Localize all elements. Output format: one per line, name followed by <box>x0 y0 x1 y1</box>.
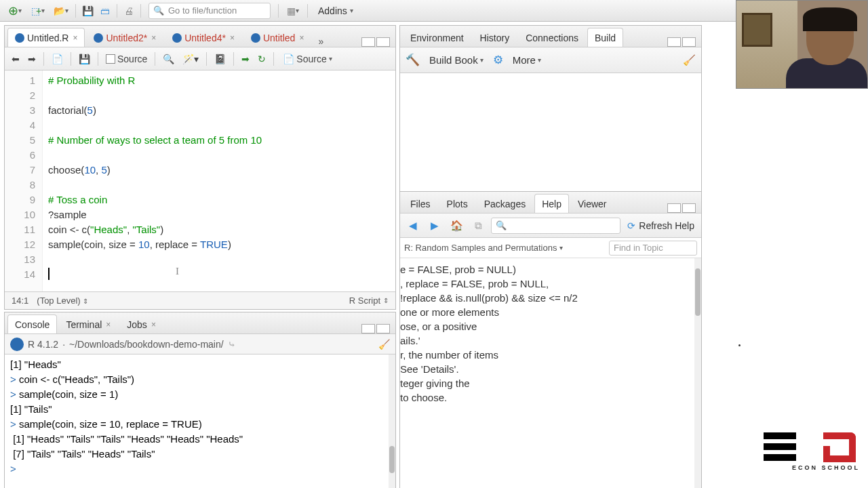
close-tab-icon[interactable]: × <box>151 33 156 43</box>
minimize-pane-icon[interactable] <box>361 37 375 47</box>
help-tab[interactable]: Files <box>403 194 438 213</box>
source-tab[interactable]: Untitled.R× <box>7 28 85 47</box>
r-logo-icon <box>10 338 24 351</box>
help-toolbar: ◀ ▶ 🏠 ⧉ 🔍 ⟳ Refresh Help <box>400 214 701 238</box>
source-tab[interactable]: Untitled4*× <box>165 28 242 47</box>
path-arrow-icon[interactable]: ⤷ <box>228 339 236 350</box>
webcam-overlay <box>736 0 868 89</box>
grid-icon[interactable]: ▦▾ <box>282 3 304 19</box>
find-in-topic-input[interactable]: Find in Topic <box>609 241 697 256</box>
help-popup-icon[interactable]: ⧉ <box>469 218 487 234</box>
console-pane: ConsoleTerminal×Jobs× R 4.1.2 · ~/Downlo… <box>4 312 396 488</box>
help-tab[interactable]: Packages <box>477 194 533 213</box>
econ-school-logo: ECON SCHOOL <box>764 432 860 481</box>
more-button[interactable]: More ▾ <box>510 52 544 68</box>
maximize-env-icon[interactable] <box>682 37 696 47</box>
help-tab[interactable]: Viewer <box>570 194 614 213</box>
env-tab[interactable]: Environment <box>403 28 471 47</box>
decorative-dot <box>738 344 741 346</box>
r-file-icon <box>15 33 24 43</box>
open-file-icon[interactable]: 📂▾ <box>50 3 72 19</box>
console-tab[interactable]: Jobs× <box>119 314 163 333</box>
build-book-button[interactable]: Build Book ▾ <box>427 52 486 68</box>
close-tab-icon[interactable]: × <box>151 320 156 329</box>
env-tabbar: EnvironmentHistoryConnectionsBuild <box>400 26 701 47</box>
notebook-icon[interactable]: 📓 <box>212 51 229 67</box>
new-project-icon[interactable]: ⬚+▾ <box>27 3 49 19</box>
hammer-icon: 🔨 <box>406 53 420 67</box>
close-tab-icon[interactable]: × <box>230 33 235 43</box>
close-tab-icon[interactable]: × <box>73 33 77 43</box>
find-icon[interactable]: 🔍 <box>160 51 177 67</box>
wand-icon[interactable]: 🪄▾ <box>180 51 201 67</box>
new-file-icon[interactable]: ⊕▾ <box>4 3 26 19</box>
print-icon[interactable]: 🖨 <box>121 3 137 19</box>
save-icon[interactable]: 💾 <box>79 3 96 19</box>
r-file-icon <box>172 33 182 43</box>
source-toolbar: ⬅ ➡ 📄 💾 Source 🔍 🪄▾ 📓 ➡ ↻ 📄Source▾ <box>5 47 395 70</box>
minimize-console-icon[interactable] <box>361 324 375 333</box>
build-toolbar: 🔨 Build Book ▾ ⚙ More ▾ 🧹 <box>400 47 701 73</box>
console-output[interactable]: [1] "Heads"> coin <- c("Heads", "Tails")… <box>5 354 395 488</box>
rerun-icon[interactable]: ↻ <box>255 51 269 67</box>
source-statusbar: 14:1 (Top Level) ⇕ R Script ⇕ <box>5 291 395 309</box>
env-tab[interactable]: Build <box>587 28 623 47</box>
goto-file-input[interactable]: 🔍 Go to file/function <box>149 3 271 19</box>
refresh-icon: ⟳ <box>627 220 635 231</box>
help-search-input[interactable]: 🔍 <box>491 218 620 234</box>
help-pane: FilesPlotsPackagesHelpViewer ◀ ▶ 🏠 ⧉ 🔍 ⟳… <box>399 191 702 488</box>
gear-icon: ⚙ <box>493 53 503 67</box>
console-header: R 4.1.2 · ~/Downloads/bookdown-demo-main… <box>5 334 395 354</box>
maximize-help-icon[interactable] <box>682 203 696 213</box>
r-file-icon <box>94 33 103 43</box>
scrollbar-thumb[interactable] <box>389 446 395 473</box>
maximize-pane-icon[interactable] <box>376 37 390 47</box>
help-tab[interactable]: Plots <box>439 194 475 213</box>
help-home-icon[interactable]: 🏠 <box>448 218 465 234</box>
source-tabbar: Untitled.R×Untitled2*×Untitled4*×Untitle… <box>5 26 395 47</box>
close-tab-icon[interactable]: × <box>106 320 111 329</box>
scope-selector[interactable]: (Top Level) ⇕ <box>37 296 88 306</box>
save-all-icon[interactable]: 🗃 <box>97 3 113 19</box>
file-type-selector[interactable]: R Script ⇕ <box>349 296 389 306</box>
clear-build-icon[interactable]: 🧹 <box>683 54 696 66</box>
addins-menu[interactable]: Addins▾ <box>311 3 360 19</box>
refresh-help-button[interactable]: ⟳ Refresh Help <box>625 220 697 231</box>
help-forward-icon[interactable]: ▶ <box>426 218 443 234</box>
console-tab[interactable]: Terminal× <box>58 314 118 333</box>
save-file-icon[interactable]: 💾 <box>76 51 93 67</box>
search-icon: 🔍 <box>153 5 164 16</box>
maximize-console-icon[interactable] <box>376 324 390 333</box>
cursor-position: 14:1 <box>12 296 28 306</box>
environment-pane: EnvironmentHistoryConnectionsBuild 🔨 Bui… <box>399 25 702 195</box>
console-tab[interactable]: Console <box>7 314 57 333</box>
help-subtoolbar: R: Random Samples and Permutations▾ Find… <box>400 238 701 258</box>
r-file-icon <box>251 33 260 43</box>
help-topic-selector[interactable]: R: Random Samples and Permutations▾ <box>404 243 605 253</box>
run-icon[interactable]: ➡ <box>239 51 252 67</box>
source-button[interactable]: 📄Source▾ <box>279 51 336 67</box>
help-back-icon[interactable]: ◀ <box>404 218 422 234</box>
clear-console-icon[interactable]: 🧹 <box>378 339 390 350</box>
source-tab[interactable]: Untitled× <box>243 28 311 47</box>
code-editor[interactable]: 1234567891011121314 I # Probability with… <box>5 70 395 291</box>
minimize-env-icon[interactable] <box>667 37 681 47</box>
source-tab[interactable]: Untitled2*× <box>86 28 163 47</box>
tab-overflow-icon[interactable]: » <box>313 36 329 47</box>
help-content[interactable]: e = FALSE, prob = NULL), replace = FALSE… <box>400 258 701 488</box>
help-tabbar: FilesPlotsPackagesHelpViewer <box>400 192 701 214</box>
env-tab[interactable]: History <box>473 28 517 47</box>
source-pane: Untitled.R×Untitled2*×Untitled4*×Untitle… <box>4 25 396 310</box>
minimize-help-icon[interactable] <box>667 203 681 213</box>
source-on-save-checkbox[interactable]: Source <box>103 51 150 67</box>
close-tab-icon[interactable]: × <box>299 33 304 43</box>
help-scrollbar-thumb[interactable] <box>695 268 701 316</box>
help-tab[interactable]: Help <box>534 194 569 213</box>
show-in-new-window-icon[interactable]: 📄 <box>49 51 66 67</box>
forward-icon[interactable]: ➡ <box>25 51 39 67</box>
back-icon[interactable]: ⬅ <box>9 51 22 67</box>
env-tab[interactable]: Connections <box>518 28 586 47</box>
console-tabbar: ConsoleTerminal×Jobs× <box>5 312 395 334</box>
